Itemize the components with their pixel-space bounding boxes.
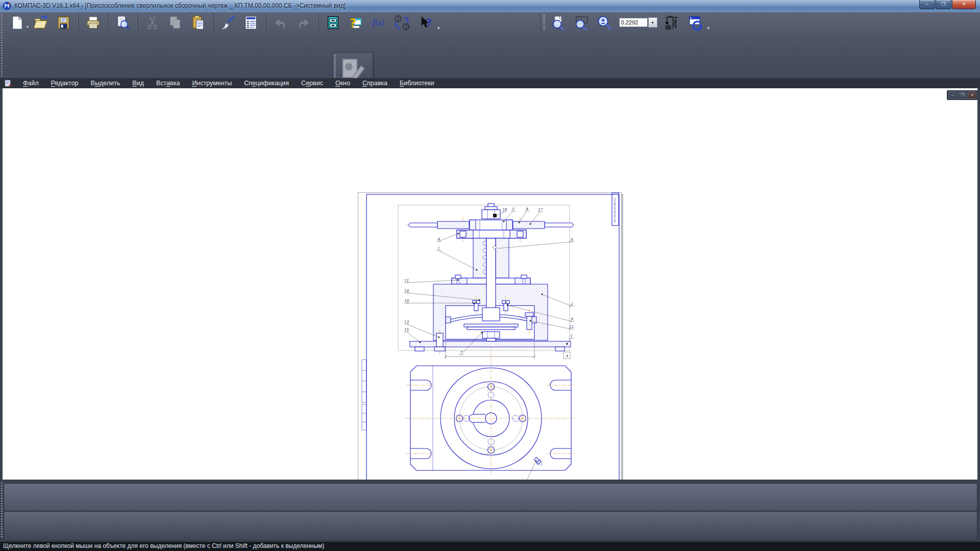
toolbar-overflow-icon[interactable]: ▾ (437, 26, 440, 31)
toolbar-drag-handle[interactable] (1, 14, 3, 85)
window-title: КОМПАС-3D V16.1 x64 - [Приспособление св… (14, 0, 346, 12)
svg-text:6: 6 (571, 238, 573, 242)
exchange-1-2-icon (394, 15, 410, 31)
print-icon (85, 15, 101, 31)
app-icon (3, 2, 11, 10)
zoom-area-icon (574, 15, 590, 31)
drawing-canvas[interactable]: – ❐ ✕ КП ТМ.00.00.000 СБ (0, 88, 980, 480)
svg-text:5: 5 (512, 207, 514, 211)
paste-icon (190, 15, 206, 31)
open-document-icon (33, 15, 48, 31)
window-right-edge (977, 88, 980, 480)
svg-text:А: А (566, 354, 569, 358)
menu-item-2[interactable]: Выделить (85, 78, 127, 88)
zoom-page-button[interactable] (547, 13, 570, 32)
new-document-icon (9, 15, 25, 31)
copy-button (164, 13, 187, 32)
copy-properties-button[interactable] (216, 13, 239, 32)
menu-item-9[interactable]: Справка (356, 78, 394, 88)
window-left-edge (0, 88, 3, 480)
zoom-scale-combo: ▾ (619, 17, 657, 28)
help-topics-icon (348, 15, 364, 31)
open-document-button[interactable] (29, 13, 52, 32)
menu-bar: ФайлРедакторВыделитьВидВставкаИнструмент… (0, 78, 980, 89)
context-help-icon (417, 15, 433, 31)
paste-button[interactable] (187, 13, 210, 32)
toolbar-overflow-icon[interactable]: ▾ (707, 26, 710, 31)
toolbar-group-5 (265, 13, 316, 32)
print-button[interactable] (82, 13, 105, 32)
save-document-button[interactable] (52, 13, 75, 32)
cut-icon (144, 15, 160, 31)
message-panel (4, 511, 977, 541)
toolbar-dock: ▾▾▾▾ ▾ (0, 12, 980, 79)
toolbar-group-handle[interactable] (543, 15, 545, 30)
mdi-restore-button[interactable]: ❐ (958, 91, 967, 99)
menu-item-6[interactable]: Спецификация (238, 78, 295, 88)
zoom-scale-input[interactable] (619, 18, 648, 27)
print-preview-icon (115, 15, 131, 31)
specification-icon (243, 15, 259, 31)
minimize-button[interactable]: – (919, 0, 935, 9)
exchange-1-2-button[interactable] (390, 13, 413, 32)
svg-text:8: 8 (526, 207, 528, 211)
menu-item-3[interactable]: Вид (126, 78, 150, 88)
zoom-scale-dropdown-button[interactable]: ▾ (648, 17, 657, 28)
status-bar: Щелкните левой кнопкой мыши на объекте д… (0, 542, 980, 551)
zoom-area-button[interactable] (570, 13, 593, 32)
zoom-in-out-icon (597, 15, 612, 31)
svg-text:17: 17 (538, 208, 543, 212)
svg-text:18: 18 (502, 208, 507, 212)
new-document-button[interactable] (6, 13, 29, 32)
crane-library-button[interactable] (660, 13, 683, 32)
toolbar-group-1 (78, 13, 106, 32)
restore-button[interactable]: ❐ (936, 0, 951, 9)
menu-item-8[interactable]: Окно (329, 78, 356, 88)
svg-text:10: 10 (404, 299, 409, 303)
mdi-close-button[interactable]: ✕ (968, 91, 976, 99)
property-bar (4, 483, 977, 511)
variables-fx-button[interactable] (368, 13, 390, 32)
redo-button (292, 13, 315, 32)
toolbar-group-0: ▾ (4, 13, 77, 32)
menu-item-7[interactable]: Сервис (295, 78, 329, 88)
library-manager-button[interactable] (322, 13, 345, 32)
svg-text:1: 1 (570, 334, 572, 338)
svg-text:14: 14 (404, 289, 409, 293)
panel-drag-handle[interactable] (1, 483, 3, 539)
svg-text:13: 13 (404, 320, 409, 324)
toolbar-group-3 (137, 13, 211, 32)
crane-library-icon (664, 15, 680, 31)
zoom-page-icon (551, 15, 567, 31)
svg-text:9: 9 (571, 317, 573, 321)
main-toolbar: ▾▾▾▾ (4, 13, 712, 32)
title-bar: КОМПАС-3D V16.1 x64 - [Приспособление св… (0, 0, 980, 13)
svg-text:15: 15 (404, 328, 409, 332)
menu-item-4[interactable]: Вставка (150, 78, 186, 88)
help-topics-button[interactable] (345, 13, 368, 32)
copy-properties-icon (220, 15, 236, 31)
new-document-dropdown-icon[interactable]: ▾ (27, 24, 29, 29)
close-button[interactable]: ✕ (952, 0, 976, 9)
svg-text:4: 4 (437, 237, 440, 241)
specification-button[interactable] (239, 13, 262, 32)
svg-text:1: 1 (437, 246, 439, 251)
undo-icon (273, 15, 288, 31)
zoom-in-out-button[interactable] (593, 13, 616, 32)
context-help-button[interactable] (413, 13, 436, 32)
undo-button (269, 13, 292, 32)
mdi-window-controls: – ❐ ✕ (947, 90, 978, 100)
refresh-window-button[interactable] (683, 13, 706, 32)
toolbar-group-7: ▾▾ (540, 13, 713, 32)
svg-text:КП ТМ.00.00.000 СБ: КП ТМ.00.00.000 СБ (614, 197, 616, 222)
mdi-minimize-button[interactable]: – (948, 91, 957, 99)
refresh-window-icon (687, 15, 703, 31)
toolbar-group-2 (108, 13, 136, 32)
print-preview-button[interactable] (111, 13, 134, 32)
menu-item-0[interactable]: Файл (17, 78, 45, 88)
menu-item-10[interactable]: Библиотеки (394, 78, 440, 88)
menu-item-5[interactable]: Инструменты (186, 78, 238, 88)
menu-item-1[interactable]: Редактор (45, 78, 85, 88)
library-manager-icon (325, 15, 341, 31)
svg-text:12: 12 (569, 325, 574, 329)
